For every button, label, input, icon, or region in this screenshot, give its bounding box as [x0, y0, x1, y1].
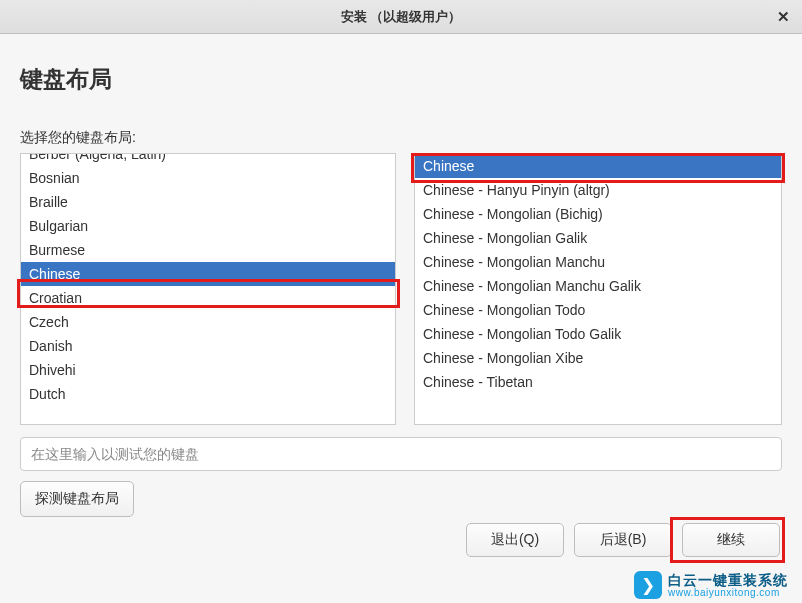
variant-list-item[interactable]: Chinese - Mongolian Manchu Galik — [415, 274, 781, 298]
back-button[interactable]: 后退(B) — [574, 523, 672, 557]
quit-button[interactable]: 退出(Q) — [466, 523, 564, 557]
language-list-item[interactable]: Burmese — [21, 238, 395, 262]
language-list-item[interactable]: Bulgarian — [21, 214, 395, 238]
watermark: ❯ 白云一键重装系统 www.baiyunxitong.com — [634, 571, 788, 599]
language-list-item[interactable]: Danish — [21, 334, 395, 358]
page-title: 键盘布局 — [20, 64, 782, 95]
variant-list-item[interactable]: Chinese - Mongolian Galik — [415, 226, 781, 250]
variant-list-item[interactable]: Chinese - Mongolian Xibe — [415, 346, 781, 370]
language-list-item[interactable]: Dhivehi — [21, 358, 395, 382]
variant-list-item[interactable]: Chinese - Mongolian Todo — [415, 298, 781, 322]
variant-list-item[interactable]: Chinese - Tibetan — [415, 370, 781, 394]
variant-list-item[interactable]: Chinese - Mongolian Todo Galik — [415, 322, 781, 346]
language-list-item[interactable]: Croatian — [21, 286, 395, 310]
close-icon[interactable]: ✕ — [777, 8, 790, 26]
variant-list-item[interactable]: Chinese - Hanyu Pinyin (altgr) — [415, 178, 781, 202]
watermark-text: 白云一键重装系统 www.baiyunxitong.com — [668, 573, 788, 598]
bird-icon: ❯ — [641, 575, 655, 596]
prompt-label: 选择您的键盘布局: — [20, 129, 782, 147]
test-keyboard-input[interactable] — [20, 437, 782, 471]
variant-list-item[interactable]: Chinese - Mongolian (Bichig) — [415, 202, 781, 226]
variant-list-item[interactable]: Chinese - Mongolian Manchu — [415, 250, 781, 274]
continue-button[interactable]: 继续 — [682, 523, 780, 557]
variant-listbox[interactable]: ChineseChinese - Hanyu Pinyin (altgr)Chi… — [414, 153, 782, 425]
language-listbox[interactable]: Berber (Algeria, Latin)BosnianBrailleBul… — [20, 153, 396, 425]
language-list-item[interactable]: Czech — [21, 310, 395, 334]
language-list-item[interactable]: Bosnian — [21, 166, 395, 190]
watermark-logo: ❯ — [634, 571, 662, 599]
detect-layout-button[interactable]: 探测键盘布局 — [20, 481, 134, 517]
watermark-en: www.baiyunxitong.com — [668, 588, 788, 598]
language-list-item[interactable]: Braille — [21, 190, 395, 214]
watermark-cn: 白云一键重装系统 — [668, 573, 788, 587]
window-title: 安装 （以超级用户） — [341, 8, 462, 26]
language-list-item[interactable]: Berber (Algeria, Latin) — [21, 153, 395, 166]
language-list-item[interactable]: Dutch — [21, 382, 395, 406]
titlebar: 安装 （以超级用户） ✕ — [0, 0, 802, 34]
variant-list-item[interactable]: Chinese — [415, 154, 781, 178]
language-list-item[interactable]: Chinese — [21, 262, 395, 286]
layout-lists: Berber (Algeria, Latin)BosnianBrailleBul… — [20, 153, 782, 425]
content-area: 键盘布局 选择您的键盘布局: Berber (Algeria, Latin)Bo… — [0, 34, 802, 517]
nav-buttons: 退出(Q) 后退(B) 继续 — [466, 523, 780, 557]
